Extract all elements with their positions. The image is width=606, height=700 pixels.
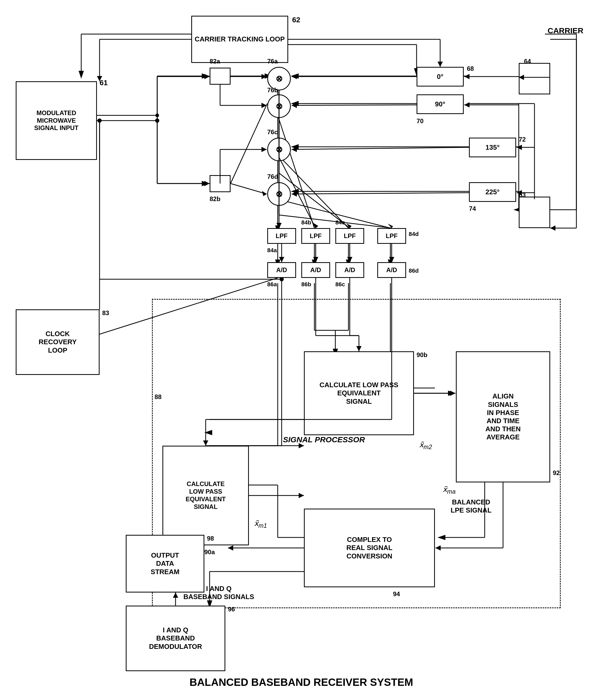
block-82a	[210, 68, 231, 85]
ref-76c: 76c	[267, 129, 278, 136]
carrier-tracking-loop: CARRIER TRACKING LOOP	[191, 16, 288, 63]
svg-marker-143	[347, 257, 352, 262]
modulated-signal-input: MODULATEDMICROWAVESIGNAL INPUT	[16, 81, 97, 160]
ref-74: 74	[469, 205, 476, 212]
diagram: CARRIER TRACKING LOOP 62 CARRIER MODULAT…	[0, 0, 606, 700]
svg-marker-97	[292, 103, 297, 108]
svg-marker-104	[438, 62, 443, 67]
svg-marker-14	[291, 189, 299, 194]
svg-marker-99	[292, 147, 297, 152]
xm2-label: x̃m2	[419, 441, 432, 451]
svg-marker-139	[279, 257, 284, 262]
block-90deg: 90°	[417, 94, 464, 114]
svg-marker-108	[550, 225, 555, 231]
ref-62: 62	[292, 16, 300, 24]
balanced-lpe-label: BALANCEDLPE SIGNAL	[451, 498, 491, 514]
ref-76b: 76b	[267, 87, 278, 94]
iq-demodulator: I AND QBASEBANDDEMODULATOR	[126, 606, 225, 671]
svg-line-92	[231, 183, 267, 194]
svg-marker-79	[204, 74, 210, 79]
block-64	[519, 63, 550, 94]
ref-84b: 84b	[301, 219, 311, 226]
svg-marker-145	[389, 257, 394, 262]
svg-marker-112	[464, 102, 469, 108]
svg-marker-136	[388, 224, 393, 228]
ref-72: 72	[519, 136, 526, 143]
ref-92: 92	[553, 469, 560, 477]
ref-84c: 84c	[335, 219, 345, 226]
ref-76a: 76a	[267, 58, 278, 65]
ref-86b: 86b	[301, 281, 311, 288]
svg-marker-95	[292, 74, 297, 79]
ref-68: 68	[467, 65, 474, 72]
block-225deg: 225°	[469, 182, 516, 202]
svg-marker-110	[464, 74, 469, 79]
svg-marker-141	[313, 257, 318, 262]
svg-marker-23	[202, 73, 210, 78]
ref-90a: 90a	[204, 548, 215, 556]
svg-marker-101	[292, 191, 297, 197]
svg-marker-130	[313, 223, 318, 228]
svg-line-32	[278, 115, 314, 228]
svg-marker-127	[276, 223, 282, 228]
ref-86a: 86a	[267, 281, 277, 288]
svg-marker-26	[202, 181, 210, 186]
svg-marker-133	[346, 223, 352, 228]
svg-marker-93	[262, 191, 267, 196]
ref-82a: 82a	[210, 58, 220, 65]
ref-83: 83	[102, 309, 109, 317]
lpf-84c: LPF	[335, 228, 364, 244]
mixer-76b: ⊗	[267, 94, 291, 118]
ref-88: 88	[155, 393, 162, 401]
block-0deg: 0°	[417, 67, 464, 87]
svg-line-96	[292, 105, 417, 106]
svg-marker-91	[261, 147, 267, 152]
output-data-stream: OUTPUTDATASTREAM	[126, 535, 204, 592]
mixer-76d: ⊗	[267, 182, 291, 206]
ref-76d: 76d	[267, 173, 278, 180]
svg-line-34	[278, 199, 390, 228]
ref-84d: 84d	[409, 231, 419, 238]
align-signals: ALIGNSIGNALSIN PHASEAND TIMEAND THENAVER…	[456, 351, 550, 482]
signal-split-dot	[155, 114, 159, 117]
svg-marker-82	[204, 181, 210, 186]
ad-86b: A/D	[301, 262, 330, 278]
ref-90b: 90b	[417, 351, 427, 359]
svg-point-83	[155, 118, 159, 123]
ad-86c: A/D	[335, 262, 364, 278]
svg-line-29	[231, 104, 267, 183]
calc-lpe-bottom: CALCULATELOW PASSEQUIVALENTSIGNAL	[162, 446, 249, 545]
ref-96: 96	[228, 606, 235, 613]
ad-86d: A/D	[377, 262, 406, 278]
calc-lpe-top: CALCULATE LOW PASSEQUIVALENTSIGNAL	[304, 351, 414, 435]
xma-label: x̃ma	[443, 485, 456, 495]
svg-marker-88	[261, 103, 267, 108]
diagram-title: BALANCED BASEBAND RECEIVER SYSTEM	[144, 676, 459, 688]
ref-64: 64	[524, 58, 531, 65]
ref-70: 70	[417, 117, 424, 125]
svg-line-100	[292, 193, 469, 194]
ref-98: 98	[207, 535, 214, 542]
ref-61: 61	[99, 78, 108, 87]
block-63	[519, 197, 550, 228]
ref-63: 63	[519, 191, 526, 199]
lpf-84b: LPF	[301, 228, 330, 244]
svg-marker-8	[291, 73, 299, 78]
complex-to-real: COMPLEX TOREAL SIGNALCONVERSION	[304, 509, 435, 587]
ad-86a: A/D	[267, 262, 296, 278]
svg-point-174	[97, 118, 102, 123]
signal-processor-label: SIGNAL PROCESSOR	[283, 435, 365, 444]
lpf-84d: LPF	[377, 228, 406, 244]
svg-marker-75	[78, 71, 84, 78]
block-135deg: 135°	[469, 138, 516, 157]
svg-marker-10	[291, 101, 299, 106]
ref-84a: 84a	[267, 247, 277, 254]
clock-recovery-loop: CLOCKRECOVERYLOOP	[16, 309, 99, 375]
xm1-label: x̃m1	[254, 519, 267, 529]
ref-86d: 86d	[409, 267, 419, 274]
svg-marker-114	[517, 145, 522, 150]
svg-marker-12	[291, 144, 299, 150]
mixer-76c: ⊗	[267, 138, 291, 161]
lpf-84a: LPF	[267, 228, 296, 244]
block-82b	[210, 175, 231, 192]
